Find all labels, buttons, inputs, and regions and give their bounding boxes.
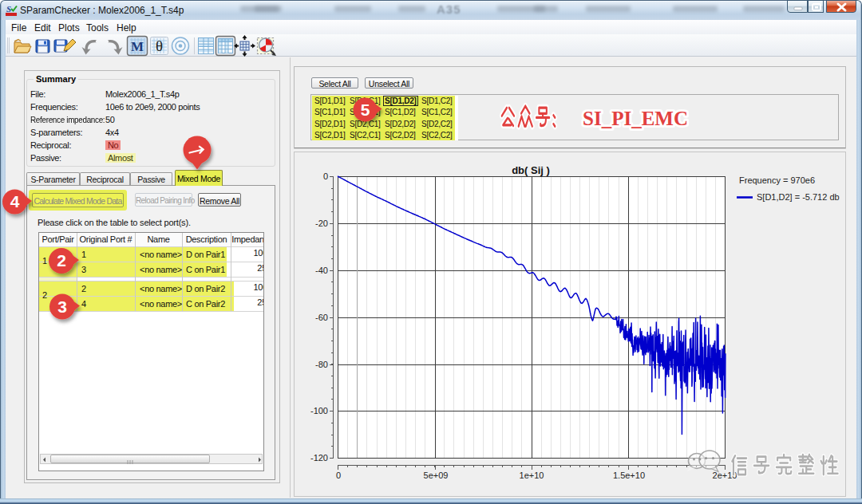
svg-text:-100: -100	[310, 406, 328, 415]
svg-text:-80: -80	[315, 360, 328, 369]
svg-text:θ: θ	[156, 37, 163, 54]
svg-text:5e+09: 5e+09	[424, 471, 449, 480]
svg-text:Frequency = 970e6: Frequency = 970e6	[739, 175, 815, 185]
svg-text:-60: -60	[315, 313, 328, 322]
svg-text:SI_PI_EMC: SI_PI_EMC	[583, 108, 688, 129]
svg-text:-20: -20	[315, 219, 328, 228]
svg-text:1.5e+10: 1.5e+10	[613, 471, 645, 480]
svg-text:-40: -40	[315, 266, 328, 275]
svg-text:0: 0	[336, 471, 341, 480]
svg-text:S: S	[6, 4, 11, 14]
svg-text:S[D1,D2] = -5.712 db: S[D1,D2] = -5.712 db	[757, 192, 840, 202]
svg-text:0: 0	[323, 171, 328, 181]
svg-text:1e+10: 1e+10	[520, 471, 544, 480]
svg-text:-120: -120	[310, 453, 328, 463]
svg-text:M: M	[131, 39, 144, 54]
svg-text:db( Sij ): db( Sij )	[512, 164, 550, 176]
